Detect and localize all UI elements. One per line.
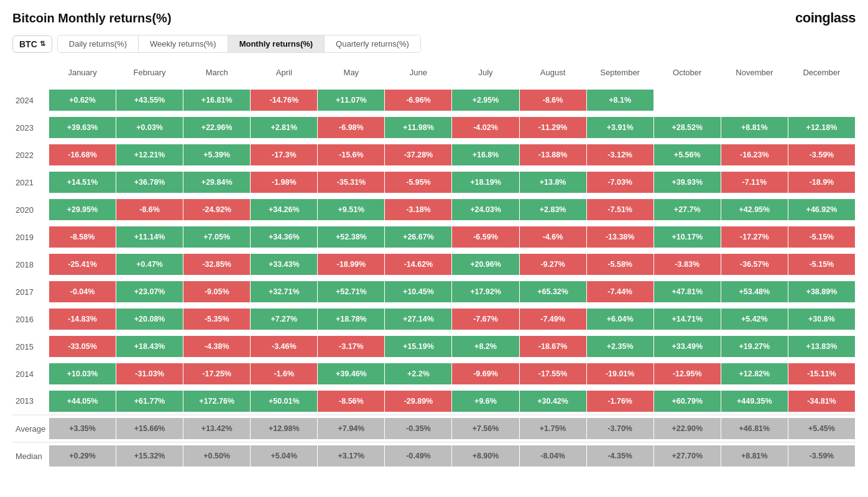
year-cell: 2017 — [13, 278, 49, 305]
data-cell: +12.21% — [116, 141, 183, 169]
tab-quarterly[interactable]: Quarterly returns(%) — [325, 35, 420, 52]
cell-value — [788, 94, 855, 106]
year-cell: 2018 — [13, 251, 49, 278]
cell-value: +2.95% — [452, 90, 519, 111]
cell-value: +17.92% — [452, 281, 519, 302]
data-cell: -31.03% — [116, 360, 183, 388]
data-cell: +3.91% — [586, 114, 653, 141]
cell-value: -6.59% — [452, 226, 519, 248]
data-cell — [721, 86, 788, 114]
data-cell: +20.96% — [452, 251, 519, 278]
data-cell: +13.8% — [519, 169, 586, 196]
cell-value: +2.2% — [385, 363, 451, 384]
data-cell — [653, 86, 721, 114]
data-cell: +33.49% — [653, 333, 721, 360]
cell-value: +20.96% — [452, 254, 519, 275]
data-cell: +38.89% — [788, 278, 855, 305]
data-cell: +10.45% — [385, 278, 452, 305]
data-cell: -19.01% — [586, 360, 653, 388]
cell-value: -19.01% — [587, 363, 653, 384]
cell-value: +27.7% — [654, 199, 721, 220]
cell-value: -3.59% — [788, 144, 855, 165]
data-cell: -0.35% — [385, 415, 452, 442]
col-time — [13, 59, 49, 86]
data-cell: +29.95% — [49, 196, 116, 223]
data-cell: +8.90% — [452, 442, 519, 470]
cell-value: -6.98% — [318, 117, 384, 138]
data-cell: -3.12% — [586, 141, 653, 169]
data-cell: -14.62% — [385, 251, 452, 278]
cell-value: -16.23% — [721, 144, 788, 165]
cell-value: -8.58% — [49, 226, 116, 248]
cell-value: -4.02% — [452, 117, 519, 138]
data-cell: -35.31% — [318, 169, 385, 196]
cell-value: +11.07% — [318, 90, 384, 111]
data-cell: -16.68% — [49, 141, 116, 169]
cell-value: +26.67% — [385, 226, 451, 248]
tab-weekly[interactable]: Weekly returns(%) — [139, 35, 228, 52]
cell-value: -4.6% — [520, 226, 586, 248]
cell-value: +3.35% — [49, 418, 116, 439]
cell-value: -24.92% — [183, 199, 250, 220]
data-cell: +34.36% — [251, 223, 318, 251]
data-cell: -6.59% — [452, 223, 519, 251]
cell-value: +0.62% — [49, 90, 116, 111]
tab-daily[interactable]: Daily returns(%) — [58, 35, 139, 52]
data-cell: +22.96% — [183, 114, 251, 141]
data-cell: +10.17% — [653, 223, 721, 251]
data-cell: -17.3% — [251, 141, 318, 169]
table-row: 2016-14.83%+20.08%-5.35%+7.27%+18.78%+27… — [13, 305, 856, 333]
cell-value: +16.8% — [452, 144, 519, 165]
cell-value: +23.07% — [116, 281, 183, 302]
cell-value: -13.88% — [520, 144, 586, 165]
data-cell: +7.94% — [318, 415, 385, 442]
cell-value: +172.76% — [183, 391, 250, 412]
cell-value: -7.51% — [587, 199, 653, 220]
cell-value: -14.83% — [49, 309, 116, 330]
cell-value: +3.17% — [318, 445, 384, 467]
cell-value: -4.35% — [587, 445, 653, 467]
cell-value: +2.83% — [520, 199, 586, 220]
cell-value: -5.58% — [587, 254, 653, 275]
data-cell: +9.6% — [452, 388, 519, 415]
cell-value: +33.43% — [251, 254, 317, 275]
data-cell: -4.35% — [586, 442, 653, 470]
cell-value: +38.89% — [788, 281, 855, 302]
data-cell: +53.48% — [721, 278, 788, 305]
cell-value: -25.41% — [49, 254, 116, 275]
cell-value: +3.91% — [587, 117, 653, 138]
data-cell: +17.92% — [452, 278, 519, 305]
data-cell: -8.6% — [116, 196, 183, 223]
tab-monthly[interactable]: Monthly returns(%) — [228, 35, 325, 52]
data-cell: -5.95% — [385, 169, 452, 196]
cell-value: +6.04% — [587, 309, 653, 330]
cell-value: +46.81% — [721, 418, 788, 439]
cell-value: -3.17% — [318, 336, 384, 357]
data-cell: +0.50% — [183, 442, 251, 470]
data-cell: +23.07% — [116, 278, 183, 305]
cell-value: +61.77% — [116, 391, 183, 412]
data-cell: +32.71% — [251, 278, 318, 305]
cell-value: -18.99% — [318, 254, 384, 275]
cell-value: +52.71% — [318, 281, 384, 302]
data-cell: +29.84% — [183, 169, 251, 196]
data-cell: +30.42% — [519, 388, 586, 415]
data-cell: +65.32% — [519, 278, 586, 305]
cell-value: +8.90% — [452, 445, 519, 467]
data-cell: -7.67% — [452, 305, 519, 333]
data-cell: +39.93% — [653, 169, 721, 196]
cell-value: +18.19% — [452, 172, 519, 193]
cell-value: +14.71% — [654, 309, 721, 330]
tab-group: Daily returns(%) Weekly returns(%) Month… — [57, 35, 421, 53]
asset-selector[interactable]: BTC ⇅ — [12, 35, 52, 53]
table-row: 2020+29.95%-8.6%-24.92%+34.26%+9.51%-3.1… — [13, 196, 856, 223]
cell-value: +47.81% — [654, 281, 721, 302]
data-cell: +12.82% — [721, 360, 788, 388]
cell-value: -5.15% — [788, 254, 855, 275]
cell-value: -32.85% — [183, 254, 250, 275]
data-cell: -8.58% — [49, 223, 116, 251]
data-cell: -14.76% — [251, 86, 318, 114]
data-cell: +5.04% — [251, 442, 318, 470]
cell-value: +8.2% — [452, 336, 519, 357]
data-cell: +5.56% — [653, 141, 721, 169]
